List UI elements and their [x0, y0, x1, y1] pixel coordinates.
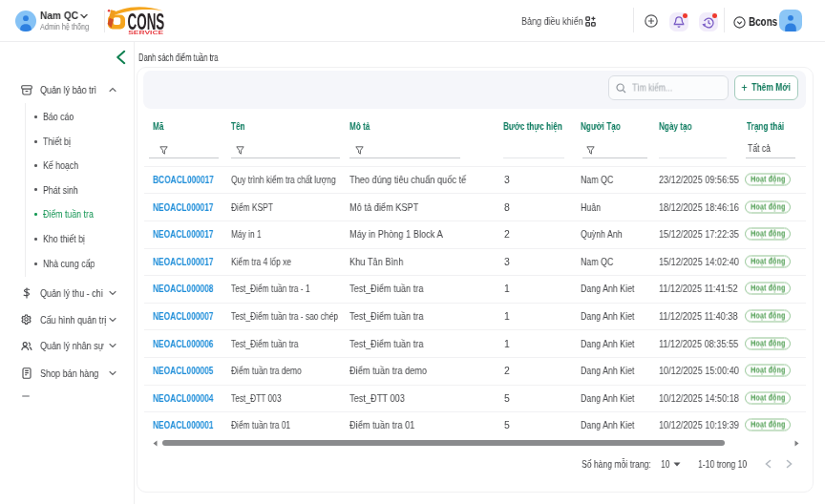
svg-text:SERVICE: SERVICE	[128, 30, 164, 35]
